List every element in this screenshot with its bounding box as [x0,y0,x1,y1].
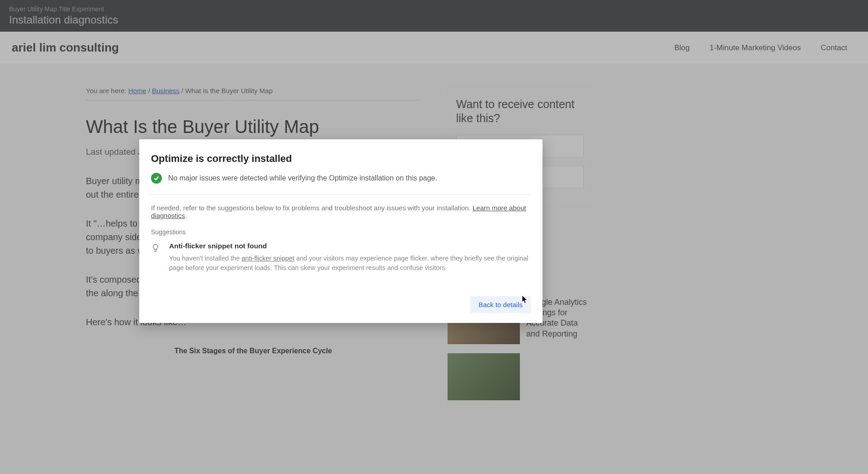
suggestion-item: Anti-flicker snippet not found You haven… [151,242,531,273]
modal-actions: Back to details [151,296,531,313]
diagnostics-modal: Optimize is correctly installed No major… [139,139,542,323]
cursor-pointer-icon [520,294,529,306]
suggestions-label: Suggestions [151,228,531,236]
lightbulb-icon [151,243,162,273]
status-row: No major issues were detected while veri… [151,173,531,195]
help-text: If needed, refer to the suggestions belo… [151,204,531,219]
check-circle-icon [151,173,162,184]
modal-title: Optimize is correctly installed [151,153,531,165]
anti-flicker-snippet-link[interactable]: anti-flicker snippet [241,255,294,262]
suggestion-body: You haven't installed the anti-flicker s… [169,254,531,273]
suggestion-title: Anti-flicker snippet not found [169,242,531,250]
status-text: No major issues were detected while veri… [168,174,437,182]
suggestion-content: Anti-flicker snippet not found You haven… [169,242,531,273]
